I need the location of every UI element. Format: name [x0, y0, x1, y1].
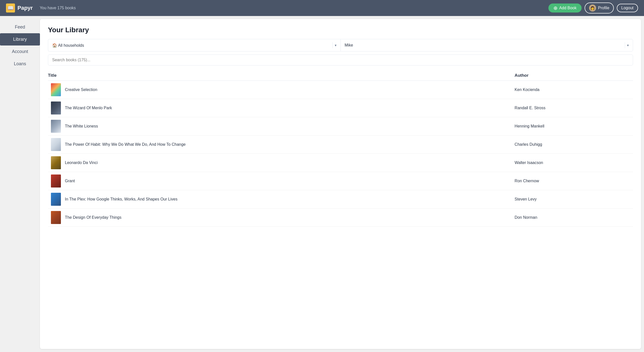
- book-author-cell: Charles Duhigg: [512, 135, 633, 154]
- user-filter-value: Mike: [345, 43, 623, 48]
- header-actions: ⊕ Add Book 👩 Profile Logout: [548, 3, 638, 14]
- book-author-cell: Steven Levy: [512, 190, 633, 209]
- book-count-label: You have 175 books: [40, 6, 76, 10]
- library-content: Your Library 🏠 All households ▾ Mike ▾ T…: [40, 19, 641, 349]
- sidebar-item-feed[interactable]: Feed: [0, 21, 40, 33]
- filters-row: 🏠 All households ▾ Mike ▾: [48, 39, 633, 52]
- book-title-cell: In The Plex: How Google Thinks, Works, A…: [48, 190, 512, 209]
- book-title: The White Lioness: [65, 124, 98, 128]
- book-cover: [51, 156, 61, 169]
- search-input[interactable]: [52, 58, 629, 62]
- avatar: 👩: [589, 5, 596, 12]
- book-author-cell: Walter Isaacson: [512, 154, 633, 172]
- book-cover: [51, 193, 61, 206]
- add-book-button[interactable]: ⊕ Add Book: [548, 4, 581, 13]
- filter-divider: [332, 42, 333, 48]
- book-title-cell: The Power Of Habit: Why We Do What We Do…: [48, 135, 512, 154]
- books-table: Title Author Creative SelectionKen Kocie…: [48, 71, 633, 227]
- book-cover: [51, 120, 61, 133]
- book-title-cell: The Wizard Of Menlo Park: [48, 99, 512, 117]
- title-column-header: Title: [48, 71, 512, 81]
- table-row[interactable]: The Design Of Everyday ThingsDon Norman: [48, 209, 633, 227]
- book-author-cell: Henning Mankell: [512, 117, 633, 135]
- table-row[interactable]: In The Plex: How Google Thinks, Works, A…: [48, 190, 633, 209]
- book-cover: [51, 101, 61, 114]
- logo-icon: 📖: [6, 4, 15, 13]
- search-container: [48, 55, 633, 66]
- book-author: Ken Kocienda: [515, 88, 540, 92]
- author-column-header: Author: [512, 71, 633, 81]
- table-row[interactable]: The White LionessHenning Mankell: [48, 117, 633, 135]
- household-filter[interactable]: 🏠 All households ▾: [48, 39, 340, 52]
- book-title-cell: Grant: [48, 172, 512, 190]
- book-title: The Power Of Habit: Why We Do What We Do…: [65, 142, 186, 147]
- sidebar-item-library[interactable]: Library: [0, 33, 40, 46]
- logout-button[interactable]: Logout: [617, 4, 638, 12]
- app-header: 📖 Papyr You have 175 books ⊕ Add Book 👩 …: [0, 0, 644, 16]
- sidebar-item-account[interactable]: Account: [0, 46, 40, 58]
- books-list: Creative SelectionKen KociendaThe Wizard…: [48, 81, 633, 227]
- table-header-row: Title Author: [48, 71, 633, 81]
- profile-button[interactable]: 👩 Profile: [584, 3, 614, 14]
- book-title: In The Plex: How Google Thinks, Works, A…: [65, 197, 178, 202]
- profile-label: Profile: [598, 6, 609, 10]
- book-title: Grant: [65, 179, 75, 183]
- sidebar: Feed Library Account Loans: [0, 16, 40, 352]
- add-book-plus-icon: ⊕: [554, 6, 558, 11]
- book-author-cell: Randall E. Stross: [512, 99, 633, 117]
- sidebar-item-feed-label: Feed: [15, 25, 25, 30]
- book-author: Don Norman: [515, 215, 538, 220]
- table-row[interactable]: The Power Of Habit: Why We Do What We Do…: [48, 135, 633, 154]
- user-filter[interactable]: Mike ▾: [340, 39, 633, 52]
- sidebar-item-loans-label: Loans: [14, 61, 26, 66]
- book-title-cell: Creative Selection: [48, 81, 512, 99]
- app-title: Papyr: [18, 5, 33, 11]
- table-row[interactable]: Leonardo Da VinciWalter Isaacson: [48, 154, 633, 172]
- logo-container: 📖 Papyr: [6, 4, 33, 13]
- book-author: Charles Duhigg: [515, 142, 542, 146]
- library-title: Your Library: [48, 26, 633, 34]
- book-cover: [51, 138, 61, 151]
- add-book-label: Add Book: [559, 6, 576, 10]
- household-chevron-icon: ▾: [335, 43, 336, 47]
- book-author: Henning Mankell: [515, 124, 544, 128]
- user-chevron-icon: ▾: [627, 43, 629, 47]
- logout-label: Logout: [621, 6, 634, 10]
- book-title: Leonardo Da Vinci: [65, 160, 98, 165]
- main-layout: Feed Library Account Loans Your Library …: [0, 16, 644, 352]
- book-author-cell: Ken Kocienda: [512, 81, 633, 99]
- book-cover: [51, 83, 61, 96]
- book-author-cell: Don Norman: [512, 209, 633, 227]
- book-cover: [51, 211, 61, 224]
- table-row[interactable]: Creative SelectionKen Kocienda: [48, 81, 633, 99]
- sidebar-item-account-label: Account: [12, 49, 28, 54]
- book-author-cell: Ron Chernow: [512, 172, 633, 190]
- book-cover: [51, 174, 61, 188]
- sidebar-item-loans[interactable]: Loans: [0, 58, 40, 70]
- book-title: The Design Of Everyday Things: [65, 215, 121, 220]
- household-filter-value: 🏠 All households: [52, 43, 330, 48]
- book-author: Walter Isaacson: [515, 160, 543, 165]
- book-title: The Wizard Of Menlo Park: [65, 106, 112, 110]
- sidebar-item-library-label: Library: [13, 37, 27, 42]
- book-author: Steven Levy: [515, 197, 537, 201]
- user-filter-divider: [625, 42, 625, 48]
- book-title-cell: Leonardo Da Vinci: [48, 154, 512, 172]
- table-row[interactable]: GrantRon Chernow: [48, 172, 633, 190]
- book-title: Creative Selection: [65, 88, 97, 92]
- book-title-cell: The Design Of Everyday Things: [48, 209, 512, 227]
- book-title-cell: The White Lioness: [48, 117, 512, 135]
- book-author: Ron Chernow: [515, 179, 539, 183]
- table-row[interactable]: The Wizard Of Menlo ParkRandall E. Stros…: [48, 99, 633, 117]
- book-author: Randall E. Stross: [515, 106, 546, 110]
